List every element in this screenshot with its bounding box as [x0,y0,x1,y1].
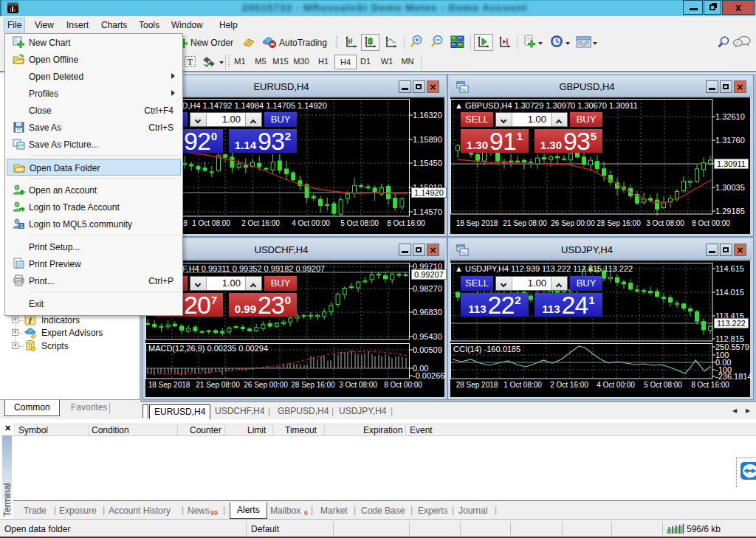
svg-text:T: T [188,57,193,67]
svg-text:S: S [19,223,23,230]
